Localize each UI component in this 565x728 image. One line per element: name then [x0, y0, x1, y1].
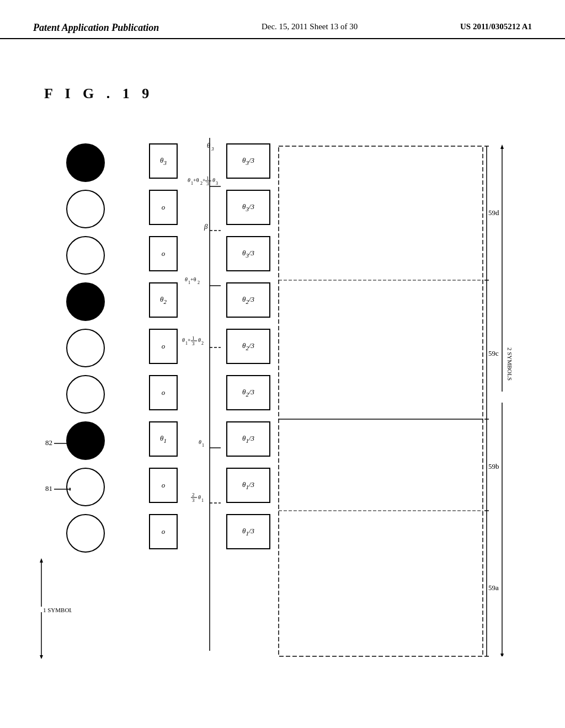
circle-8-empty [66, 468, 105, 506]
publication-date: Dec. 15, 2011 Sheet 13 of 30 [262, 22, 358, 31]
svg-text:1: 1 [201, 498, 204, 503]
circle-4-filled [66, 282, 105, 321]
big-box-2: θ3/3 [226, 190, 270, 225]
patent-number: US 2011/0305212 A1 [460, 22, 532, 31]
big-boxes-column: θ3/3 θ3/3 θ3/3 θ2/3 θ2/3 θ2/3 θ1/3 θ1/3 … [226, 143, 270, 560]
big-box-8: θ1/3 [226, 468, 270, 503]
big-box-9: θ1/3 [226, 514, 270, 549]
svg-text:θ: θ [199, 439, 201, 445]
svg-text:3: 3 [192, 497, 195, 503]
svg-text:+: + [202, 177, 206, 183]
svg-marker-63 [40, 655, 43, 659]
svg-text:θ: θ [198, 337, 201, 343]
big-box-7: θ1/3 [226, 421, 270, 457]
svg-text:3: 3 [206, 181, 209, 186]
big-box-4: θ2/3 [226, 282, 270, 318]
svg-text:3: 3 [211, 146, 214, 152]
big-box-3: θ3/3 [226, 236, 270, 271]
small-box-7: θ1 [149, 421, 178, 457]
svg-text:+θ: +θ [190, 276, 196, 282]
svg-rect-39 [279, 146, 483, 656]
svg-text:θ: θ [207, 142, 210, 149]
circle-2-empty [66, 190, 105, 228]
svg-text:2: 2 [198, 280, 200, 285]
svg-marker-57 [70, 442, 71, 445]
svg-text:θ: θ [188, 177, 190, 183]
svg-marker-68 [500, 654, 504, 656]
svg-marker-59 [70, 488, 71, 491]
svg-text:1: 1 [202, 443, 204, 448]
small-box-9: o [149, 514, 178, 549]
svg-marker-61 [40, 558, 43, 563]
publication-title: Patent Application Publication [33, 22, 159, 34]
small-boxes-column: θ3 o o θ2 o o θ1 o o [149, 143, 178, 560]
big-box-6: θ2/3 [226, 375, 270, 410]
small-box-6: o [149, 375, 178, 410]
svg-text:2: 2 [192, 492, 195, 497]
svg-text:2 SYMBOLS: 2 SYMBOLS [507, 347, 513, 381]
circles-column [66, 143, 105, 560]
small-box-1: θ3 [149, 143, 178, 179]
circle-9-empty [66, 514, 105, 553]
small-box-5: o [149, 329, 178, 364]
one-symbol-bracket: 1 SYMBOL [33, 557, 72, 659]
svg-text:+θ: +θ [193, 177, 199, 183]
circle-7-filled [66, 421, 105, 460]
svg-text:1: 1 [192, 335, 195, 341]
small-box-8: o [149, 468, 178, 503]
svg-text:θ: θ [212, 177, 215, 183]
right-bracket-svg: 59d 59c 59b 59a [276, 143, 513, 662]
svg-text:3: 3 [216, 181, 218, 186]
two-symbols-bracket: 2 SYMBOLS [486, 143, 519, 656]
figure-label: F I G . 1 9 [44, 85, 153, 102]
label-81: 81 [45, 484, 71, 493]
svg-text:θ: θ [182, 337, 185, 343]
circle-5-empty [66, 329, 105, 367]
svg-text:β: β [204, 222, 208, 231]
big-box-5: θ2/3 [226, 329, 270, 364]
svg-text:θ: θ [185, 276, 188, 282]
svg-text:1: 1 [206, 175, 209, 181]
svg-marker-66 [500, 144, 504, 149]
circle-6-empty [66, 375, 105, 414]
small-box-3: o [149, 236, 178, 271]
svg-text:2: 2 [201, 341, 204, 346]
svg-text:1 SYMBOL: 1 SYMBOL [43, 607, 72, 613]
big-box-1: θ3/3 [226, 143, 270, 179]
circle-1-filled [66, 143, 105, 182]
small-box-4: θ2 [149, 282, 178, 318]
svg-text:+: + [188, 337, 191, 343]
svg-text:3: 3 [192, 341, 195, 346]
circle-3-empty [66, 236, 105, 275]
label-82: 82 [45, 438, 71, 447]
page-header: Patent Application Publication Dec. 15, … [0, 0, 565, 39]
svg-text:θ: θ [198, 494, 201, 500]
diagram-area: θ3 o o θ2 o o θ1 o o θ 3 θ 1 +θ 2 + 1 3 … [33, 132, 530, 673]
small-box-2: o [149, 190, 178, 225]
